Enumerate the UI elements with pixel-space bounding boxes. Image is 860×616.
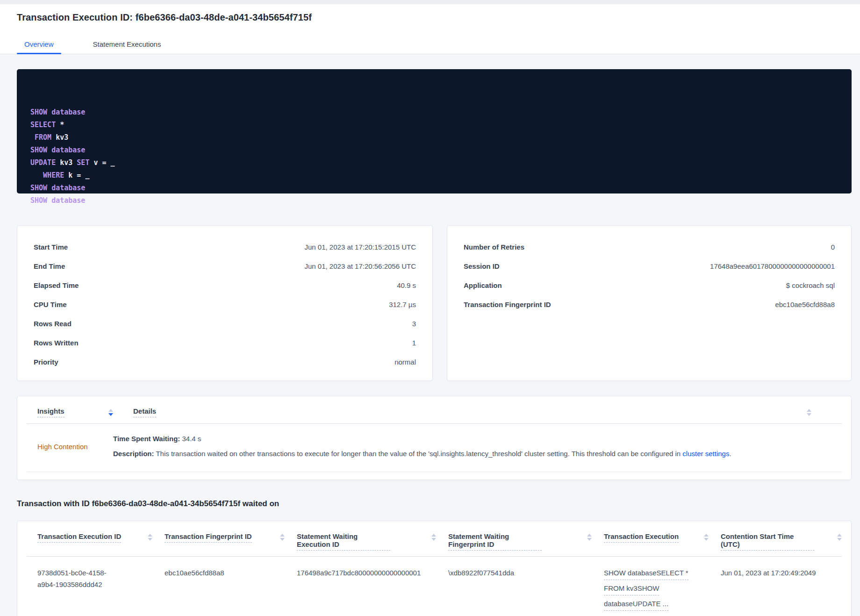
sort-desc-arrow-icon: [431, 538, 436, 541]
summary-row-cpu-time: CPU Time 312.7 µs: [34, 295, 416, 314]
page-title: Transaction Execution ID: f6be6366-da03-…: [17, 12, 843, 23]
time-spent-waiting-line: Time Spent Waiting: 34.4 s: [113, 433, 731, 444]
cell-transaction-execution-preview[interactable]: SHOW databaseSELECT * FROM kv3SHOW datab…: [604, 567, 721, 613]
sort-desc-arrow-icon: [704, 538, 709, 541]
cpu-time-label: CPU Time: [34, 301, 67, 308]
sort-asc-arrow-icon: [280, 534, 285, 537]
sort-icon[interactable]: [431, 534, 436, 541]
rows-written-value: 1: [412, 339, 416, 347]
cpu-time-value: 312.7 µs: [389, 301, 416, 308]
details-column-label[interactable]: Details: [133, 407, 156, 417]
high-contention-badge: High Contention: [37, 433, 113, 459]
insights-column-header: Insights: [37, 407, 113, 417]
time-spent-waiting-label: Time Spent Waiting:: [113, 435, 180, 443]
transaction-execution-id-label[interactable]: Transaction Execution ID: [37, 532, 121, 543]
waited-on-heading: Transaction with ID f6be6366-da03-48de-a…: [17, 499, 852, 509]
page-header: Transaction Execution ID: f6be6366-da03-…: [0, 4, 860, 54]
sort-asc-arrow-icon: [148, 534, 152, 537]
retries-label: Number of Retries: [464, 243, 524, 251]
summary-card-right: Number of Retries 0 Session ID 17648a9ee…: [447, 225, 852, 381]
waited-table-row: 9738d051-bc0e-4158-a9b4-1903586ddd42 ebc…: [17, 557, 851, 616]
sort-asc-arrow-icon: [807, 409, 811, 412]
priority-label: Priority: [34, 358, 58, 366]
end-time-value: Jun 01, 2023 at 17:20:56:2056 UTC: [304, 262, 416, 270]
sort-asc-arrow-icon: [837, 534, 842, 537]
insights-row: High Contention Time Spent Waiting: 34.4…: [17, 424, 851, 472]
summary-row-priority: Priority normal: [34, 352, 416, 372]
insights-column-label[interactable]: Insights: [37, 407, 64, 417]
sort-icon[interactable]: [587, 534, 592, 541]
description-line: Description: This transaction waited on …: [113, 448, 731, 459]
cluster-settings-link[interactable]: cluster settings: [682, 450, 729, 458]
end-time-label: End Time: [34, 262, 65, 270]
cell-statement-waiting-fingerprint-id: \xdb8922f077541dda: [448, 567, 604, 613]
sort-icon[interactable]: [837, 534, 842, 541]
start-time-value: Jun 01, 2023 at 17:20:15:2015 UTC: [304, 243, 416, 251]
statement-waiting-execution-id-label[interactable]: Statement Waiting Execution ID: [297, 532, 390, 551]
sort-icon[interactable]: [704, 534, 709, 541]
insights-table-header: Insights Details: [17, 396, 851, 423]
cell-transaction-fingerprint-id: ebc10ae56cfd88a8: [165, 567, 297, 613]
session-id-label: Session ID: [464, 262, 500, 270]
contention-start-time-label[interactable]: Contention Start Time (UTC): [721, 532, 814, 551]
insight-details-cell: Time Spent Waiting: 34.4 s Description: …: [113, 433, 731, 459]
transaction-details-page: Transaction Execution ID: f6be6366-da03-…: [0, 0, 860, 616]
rows-read-label: Rows Read: [34, 320, 72, 328]
sort-desc-arrow-icon: [587, 538, 592, 541]
sort-icon[interactable]: [280, 534, 285, 541]
txn-fingerprint-link[interactable]: ebc10ae56cfd88a8: [775, 301, 835, 308]
tab-statement-executions[interactable]: Statement Executions: [86, 36, 169, 54]
summary-card-left: Start Time Jun 01, 2023 at 17:20:15:2015…: [17, 225, 433, 381]
session-id-value: 17648a9eea6017800000000000000001: [710, 262, 835, 270]
description-text: This transaction waited on other transac…: [154, 450, 683, 458]
elapsed-time-value: 40.9 s: [397, 281, 416, 289]
time-spent-waiting-value: 34.4 s: [180, 435, 201, 443]
retries-value: 0: [831, 243, 835, 251]
waited-table-header: Transaction Execution ID Transaction Fin…: [17, 532, 851, 551]
insights-extra-sort-icon[interactable]: [807, 409, 811, 416]
start-time-label: Start Time: [34, 243, 68, 251]
insights-sort-icon[interactable]: [108, 409, 113, 416]
cell-statement-waiting-execution-id: 176498a9c717bdc80000000000000001: [297, 567, 448, 613]
rows-read-value: 3: [412, 320, 416, 328]
tab-overview[interactable]: Overview: [17, 36, 61, 54]
col-header-transaction-fingerprint-id: Transaction Fingerprint ID: [165, 532, 297, 551]
rows-written-label: Rows Written: [34, 339, 79, 347]
sort-asc-arrow-icon: [704, 534, 709, 537]
summary-row-elapsed-time: Elapsed Time 40.9 s: [34, 276, 416, 295]
waited-on-table-card: Transaction Execution ID Transaction Fin…: [17, 521, 852, 616]
transaction-execution-label[interactable]: Transaction Execution: [604, 532, 679, 543]
sql-preview-line[interactable]: databaseUPDATE ...: [604, 598, 668, 611]
statement-waiting-fingerprint-id-label[interactable]: Statement Waiting Fingerprint ID: [448, 532, 542, 551]
col-header-statement-waiting-fingerprint-id: Statement Waiting Fingerprint ID: [448, 532, 604, 551]
summary-row-application: Application $ cockroach sql: [464, 276, 835, 295]
summary-row-txn-fingerprint: Transaction Fingerprint ID ebc10ae56cfd8…: [464, 295, 835, 314]
summary-row-end-time: End Time Jun 01, 2023 at 17:20:56:2056 U…: [34, 257, 416, 276]
txn-fingerprint-label: Transaction Fingerprint ID: [464, 301, 551, 308]
sort-icon[interactable]: [148, 534, 152, 541]
page-top-strip: [0, 0, 860, 4]
sort-desc-arrow-icon: [108, 413, 113, 416]
sort-desc-arrow-icon: [837, 538, 842, 541]
transaction-fingerprint-id-label[interactable]: Transaction Fingerprint ID: [165, 532, 252, 543]
sql-preview-line[interactable]: FROM kv3SHOW: [604, 582, 659, 595]
sql-statements-box: SHOW databaseSELECT * FROM kv3SHOW datab…: [17, 69, 852, 193]
sort-desc-arrow-icon: [148, 538, 152, 541]
col-header-contention-start-time: Contention Start Time (UTC): [721, 532, 842, 551]
insights-row-divider: [27, 472, 842, 472]
sql-code: SHOW databaseSELECT * FROM kv3SHOW datab…: [30, 106, 838, 207]
sort-desc-arrow-icon: [280, 538, 285, 541]
insights-card: Insights Details High Contention T: [17, 396, 852, 480]
col-header-statement-waiting-execution-id: Statement Waiting Execution ID: [297, 532, 448, 551]
sort-desc-arrow-icon: [807, 413, 811, 416]
tab-bar: Overview Statement Executions: [17, 36, 843, 54]
summary-row-retries: Number of Retries 0: [464, 237, 835, 257]
elapsed-time-label: Elapsed Time: [34, 281, 79, 289]
sql-preview-line[interactable]: SHOW databaseSELECT *: [604, 567, 688, 580]
sort-asc-arrow-icon: [587, 534, 592, 537]
description-label: Description:: [113, 450, 154, 458]
application-label: Application: [464, 281, 502, 289]
col-header-transaction-execution-id: Transaction Execution ID: [37, 532, 165, 551]
sort-asc-arrow-icon: [431, 534, 436, 537]
col-header-transaction-execution: Transaction Execution: [604, 532, 721, 551]
